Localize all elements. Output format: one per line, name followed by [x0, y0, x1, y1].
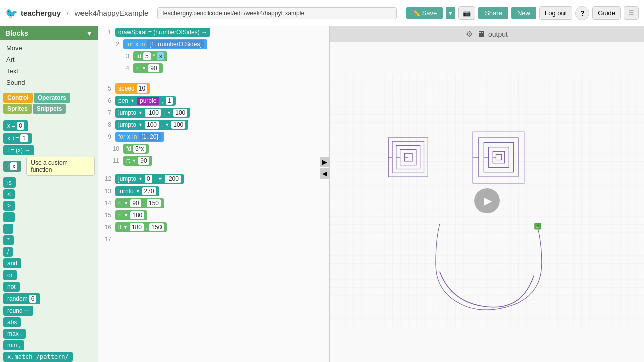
save-split-button[interactable]: ▾ [446, 7, 455, 19]
block-row-times: * [3, 235, 95, 245]
output-panel: ⚙ 🖥 output [330, 26, 644, 362]
share-button[interactable]: Share [478, 7, 508, 19]
save-button[interactable]: ✏️ Save [406, 7, 443, 19]
url-bar[interactable]: teacherguy.pencilcode.net/edit/week4/hap… [157, 7, 396, 19]
block-plus[interactable]: + [3, 212, 15, 222]
line-num-2: 2 [108, 41, 123, 48]
code-line-4: 4 rt ▼90 [98, 62, 329, 74]
tab-operators[interactable]: Operators [34, 93, 70, 103]
guide-button[interactable]: Guide [592, 6, 621, 20]
logo-icon: 🐦 [5, 7, 18, 19]
block-gt[interactable]: > [3, 201, 15, 211]
block-lt[interactable]: < [3, 189, 15, 199]
code-block-12[interactable]: jumpto ▼0, ▼-200 [115, 174, 184, 184]
code-block-16[interactable]: lt ▼180, 150 [115, 222, 167, 232]
code-block-5[interactable]: speed 10 [115, 83, 150, 94]
block-row-round: round [3, 306, 95, 316]
sidebar-header: Blocks ▼ [0, 26, 98, 40]
sidebar-item-text[interactable]: Text [0, 65, 98, 77]
code-block-3[interactable]: fd 5 * x [133, 51, 167, 61]
block-row-div: / [3, 247, 95, 257]
code-block-6[interactable]: pen ▼ purple, 1 [115, 96, 176, 106]
block-row-increment: x += 1 [3, 133, 95, 144]
sidebar-item-sound[interactable]: Sound [0, 77, 98, 88]
action-buttons: ✏️ Save ▾ 📷 Share New Log out ? Guide ☰ [406, 6, 639, 20]
sidebar: Blocks ▼ Move Art Text Sound Control Ope… [0, 26, 98, 362]
help-button[interactable]: ? [575, 6, 589, 20]
block-func-call[interactable]: f x [3, 161, 21, 172]
code-line-11: 11 rt ▼90 [98, 155, 329, 167]
output-header: ⚙ 🖥 output [330, 26, 644, 42]
turtle-icon: 🐢 [535, 223, 541, 230]
blocks-palette: x = 0 x += 1 f = (x) → f x Use a custom … [0, 116, 98, 362]
sidebar-categories: Move Art Text Sound [0, 40, 98, 90]
category-tabs: Control Operators Sprites Snippets [0, 90, 98, 116]
tab-sprites[interactable]: Sprites [3, 104, 32, 114]
line-num-9: 9 [100, 133, 115, 140]
logout-button[interactable]: Log out [539, 6, 572, 20]
code-line-13: 13 turnto ▼270 [98, 185, 329, 197]
code-block-2[interactable]: for x in [1..numberOfSides] [123, 39, 207, 49]
topbar: 🐦 teacherguy / week4/happyExample teache… [0, 0, 644, 26]
block-row-not: not [3, 282, 95, 292]
output-canvas[interactable]: 🐢 [330, 42, 644, 359]
block-match[interactable]: x.match /pattern/ [3, 352, 73, 362]
code-block-9[interactable]: for x in [1..20] [115, 132, 164, 142]
block-min[interactable]: min , [3, 340, 24, 350]
tab-snippets[interactable]: Snippets [33, 104, 66, 114]
block-times[interactable]: * [3, 235, 14, 245]
line-num-14: 14 [100, 200, 115, 207]
editor-arrow-up[interactable]: ▶ [320, 157, 329, 167]
block-random[interactable]: random 6 [3, 293, 40, 304]
code-block-8[interactable]: jumpto ▼100, ▼100 [115, 120, 188, 130]
line-num-15: 15 [100, 212, 115, 219]
sidebar-item-move[interactable]: Move [0, 42, 98, 54]
block-minus[interactable]: - [3, 224, 13, 234]
sidebar-item-art[interactable]: Art [0, 54, 98, 65]
line-num-6: 6 [100, 97, 115, 104]
code-line-3: 3 fd 5 * x [98, 50, 329, 62]
code-block-14[interactable]: rt ▼90, 150 [115, 198, 164, 208]
block-row-func-def: f = (x) → [3, 145, 95, 155]
camera-button[interactable]: 📷 [458, 6, 475, 20]
code-block-1[interactable]: drawSpiral = (numberOfSides) → [115, 28, 210, 37]
block-round[interactable]: round [3, 306, 33, 316]
code-block-7[interactable]: jumpto ▼-100, ▼100 [115, 108, 190, 118]
main-layout: Blocks ▼ Move Art Text Sound Control Ope… [0, 26, 644, 362]
block-or[interactable]: or [3, 270, 17, 280]
block-row-max: max , [3, 329, 95, 339]
code-line-5: 5 speed 10 [98, 82, 329, 95]
code-line-14: 14 rt ▼90, 150 [98, 197, 329, 209]
line-num-8: 8 [100, 121, 115, 128]
line-num-4: 4 [118, 65, 133, 72]
code-editor[interactable]: 1 drawSpiral = (numberOfSides) → 2 for x… [98, 26, 330, 362]
svg-text:🐢: 🐢 [535, 224, 540, 229]
block-is[interactable]: is [3, 177, 16, 188]
new-button[interactable]: New [511, 7, 536, 19]
settings-icon[interactable]: ⚙ [466, 29, 473, 39]
tab-control[interactable]: Control [3, 93, 33, 103]
code-line-16: 16 lt ▼180, 150 [98, 221, 329, 233]
code-block-15[interactable]: rt ▼180 [115, 210, 147, 220]
block-increment-x[interactable]: x += 1 [3, 133, 32, 144]
line-num-3: 3 [118, 53, 133, 60]
sidebar-title: Blocks [5, 29, 28, 37]
line-num-7: 7 [100, 109, 115, 116]
code-line-6: 6 pen ▼ purple, 1 [98, 95, 329, 107]
block-assign-x[interactable]: x = 0 [3, 120, 28, 131]
block-and[interactable]: and [3, 258, 21, 268]
block-func-def[interactable]: f = (x) → [3, 145, 34, 155]
code-block-10[interactable]: fd 5*x [123, 144, 149, 154]
breadcrumb-path: week4/happyExample [75, 9, 149, 17]
menu-button[interactable]: ☰ [624, 6, 639, 20]
block-div[interactable]: / [3, 247, 13, 257]
block-max[interactable]: max , [3, 329, 26, 339]
sidebar-collapse-icon[interactable]: ▼ [86, 29, 93, 37]
code-block-13[interactable]: turnto ▼270 [115, 186, 159, 196]
editor-arrow-down[interactable]: ◀ [320, 168, 329, 179]
block-not[interactable]: not [3, 282, 20, 292]
play-button[interactable] [474, 188, 500, 213]
code-block-11[interactable]: rt ▼90 [123, 156, 152, 166]
block-abs[interactable]: abs [3, 317, 21, 327]
code-block-4[interactable]: rt ▼90 [133, 63, 163, 73]
